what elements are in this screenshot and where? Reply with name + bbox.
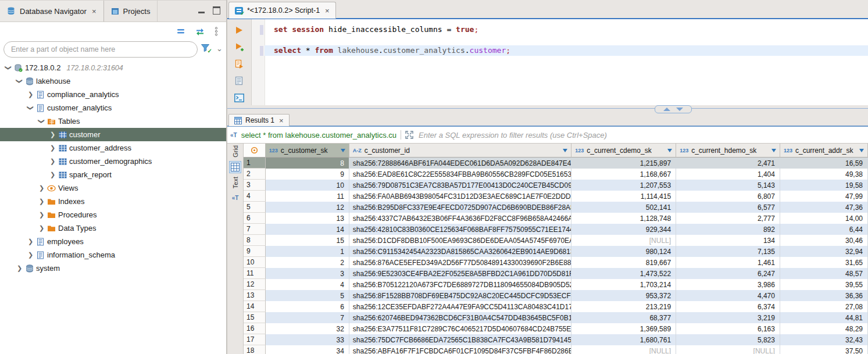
- grid-cell[interactable]: 44,81: [780, 312, 868, 323]
- tab-results-1[interactable]: Results 1 ×: [228, 114, 290, 126]
- row-number[interactable]: 18: [244, 345, 266, 354]
- grid-cell[interactable]: sha256:8F1528BB708DF69EB475DC92A8C20EC44…: [349, 290, 571, 301]
- grid-cell[interactable]: 32,43: [780, 334, 868, 345]
- collapsed-arrow-icon[interactable]: ❯: [37, 224, 47, 232]
- grid-cell[interactable]: 34: [266, 345, 349, 354]
- row-number[interactable]: 10: [244, 257, 266, 268]
- grid-cell[interactable]: 929,344: [571, 224, 676, 235]
- grid-cell[interactable]: 32,94: [780, 246, 868, 257]
- row-number[interactable]: 17: [244, 334, 266, 345]
- view-menu-icon[interactable]: [215, 27, 218, 36]
- collapsed-arrow-icon[interactable]: ❯: [48, 158, 58, 165]
- grid-cell[interactable]: sha256:79D08751C3EA7C83BA57D177E00413D0C…: [349, 180, 571, 191]
- grid-cell[interactable]: 5: [266, 290, 349, 301]
- text-presentation-icon[interactable]: «T: [229, 192, 241, 204]
- column-filter-dropdown-icon[interactable]: [563, 149, 567, 152]
- filter-config-icon[interactable]: ✓: [201, 44, 210, 52]
- grid-cell[interactable]: 7,135: [676, 246, 780, 257]
- selected-cell[interactable]: 8: [266, 158, 349, 169]
- collapsed-arrow-icon[interactable]: ❯: [26, 238, 35, 245]
- row-number[interactable]: 8: [244, 235, 266, 246]
- row-number[interactable]: 7: [244, 224, 266, 235]
- column-header-c_current_addr_sk[interactable]: 123c_current_addr_sk: [780, 144, 868, 158]
- grid-cell[interactable]: 12: [266, 202, 349, 213]
- grid-cell[interactable]: 213,219: [571, 301, 676, 312]
- tree-item-views[interactable]: ❯Views: [0, 181, 226, 195]
- grid-cell[interactable]: 1,168,667: [571, 169, 676, 180]
- link-with-editor-icon[interactable]: [195, 28, 205, 35]
- grid-cell[interactable]: 1,461: [676, 257, 780, 268]
- grid-cell[interactable]: 11: [266, 191, 349, 202]
- text-presentation-label[interactable]: Text: [232, 177, 239, 188]
- grid-cell[interactable]: 980,124: [571, 246, 676, 257]
- collapsed-arrow-icon[interactable]: ❯: [48, 131, 58, 138]
- grid-cell[interactable]: 6,247: [676, 268, 780, 279]
- tree-item-system[interactable]: ❯system: [0, 262, 226, 275]
- grid-cell[interactable]: 2,471: [676, 158, 780, 169]
- grid-cell[interactable]: 27,08: [780, 301, 868, 312]
- grid-cell[interactable]: 47,99: [780, 191, 868, 202]
- grid-cell[interactable]: 6,807: [676, 191, 780, 202]
- grid-cell[interactable]: sha256:D1CDF8DBB10F500EA9693C86DE6DEAA05…: [349, 235, 571, 246]
- object-filter-input[interactable]: [3, 41, 198, 58]
- maximize-icon[interactable]: [213, 6, 220, 15]
- minimize-results-icon[interactable]: [676, 108, 683, 111]
- grid-cell[interactable]: 31,65: [780, 257, 868, 268]
- grid-cell[interactable]: 1,680,761: [571, 334, 676, 345]
- explain-plan-icon[interactable]: [234, 76, 245, 86]
- collapsed-arrow-icon[interactable]: ❯: [26, 91, 35, 98]
- column-header-c_customer_sk[interactable]: 123c_customer_sk: [266, 144, 349, 158]
- grid-cell[interactable]: sha256:620746BED947362BCD6CF31B0A4C547DD…: [349, 312, 571, 323]
- grid-corner-cell[interactable]: [244, 144, 266, 158]
- collapsed-arrow-icon[interactable]: ❯: [26, 251, 35, 259]
- grid-cell[interactable]: 4: [266, 279, 349, 290]
- tree-item-customer-analytics[interactable]: ❯customer_analytics: [0, 101, 226, 115]
- expand-filter-icon[interactable]: [405, 131, 413, 139]
- column-header-c_customer_id[interactable]: A-Zc_customer_id: [349, 144, 571, 158]
- grid-cell[interactable]: 14,00: [780, 213, 868, 224]
- open-sql-console-icon[interactable]: [234, 92, 245, 103]
- grid-presentation-icon[interactable]: [229, 161, 241, 173]
- grid-cell[interactable]: 1,703,214: [571, 279, 676, 290]
- execute-new-tab-icon[interactable]: [234, 42, 245, 52]
- row-number[interactable]: 13: [244, 290, 266, 301]
- grid-cell[interactable]: 49,38: [780, 169, 868, 180]
- collapse-all-icon[interactable]: [176, 28, 185, 35]
- grid-cell[interactable]: 1,473,522: [571, 268, 676, 279]
- grid-cell[interactable]: 10: [266, 180, 349, 191]
- sql-code-area[interactable]: set session hide_inaccessible_columns = …: [265, 19, 868, 110]
- grid-cell[interactable]: sha256:876ACE5EFED349A2D56F77D5084891433…: [349, 257, 571, 268]
- tree-item-customer-address[interactable]: ❯customer_address: [0, 141, 226, 155]
- grid-cell[interactable]: 15: [266, 235, 349, 246]
- tree-item-procedures[interactable]: ❯Procedures: [0, 208, 226, 221]
- tree-item-data-types[interactable]: ❯Data Types: [0, 221, 226, 235]
- tree-item-172-18-0-2[interactable]: ❯172.18.0.2172.18.0.2:31604: [0, 61, 226, 74]
- grid-cell[interactable]: [NULL]: [676, 345, 780, 354]
- column-header-c_current_hdemo_sk[interactable]: 123c_current_hdemo_sk: [676, 144, 780, 158]
- tree-item-compliance-analytics[interactable]: ❯compliance_analytics: [0, 88, 226, 101]
- grid-cell[interactable]: 9: [266, 169, 349, 180]
- tree-item-tables[interactable]: ❯Tables: [0, 115, 226, 128]
- grid-cell[interactable]: sha256:C9115342454A2323DA815865CAA326064…: [349, 246, 571, 257]
- grid-cell[interactable]: sha256:4337C7AB6432E3B06FF4A3636FD2F8CC8…: [349, 213, 571, 224]
- grid-cell[interactable]: 3,986: [676, 279, 780, 290]
- tree-item-information-schema[interactable]: ❯information_schema: [0, 248, 226, 262]
- tree-item-employees[interactable]: ❯employees: [0, 235, 226, 248]
- tree-item-lakehouse[interactable]: ❯lakehouse: [0, 74, 226, 88]
- grid-cell[interactable]: 6: [266, 301, 349, 312]
- grid-cell[interactable]: 16,59: [780, 158, 868, 169]
- grid-cell[interactable]: 1,404: [676, 169, 780, 180]
- close-icon[interactable]: ×: [92, 7, 97, 16]
- row-number[interactable]: 5: [244, 202, 266, 213]
- grid-cell[interactable]: 3: [266, 268, 349, 279]
- tree-item-customer[interactable]: ❯customer: [0, 128, 226, 141]
- grid-cell[interactable]: sha256:ABFA16F7F1FCBDCA6F01CF1095D84F37C…: [349, 345, 571, 354]
- row-number[interactable]: 6: [244, 213, 266, 224]
- grid-cell[interactable]: 6,163: [676, 323, 780, 334]
- grid-cell[interactable]: 6,374: [676, 301, 780, 312]
- grid-cell[interactable]: 32: [266, 323, 349, 334]
- row-number[interactable]: 16: [244, 323, 266, 334]
- grid-cell[interactable]: 502,141: [571, 202, 676, 213]
- grid-cell[interactable]: sha256:B295D8FC337E9E4FECD0725D907ACD6B6…: [349, 202, 571, 213]
- grid-cell[interactable]: 39,55: [780, 279, 868, 290]
